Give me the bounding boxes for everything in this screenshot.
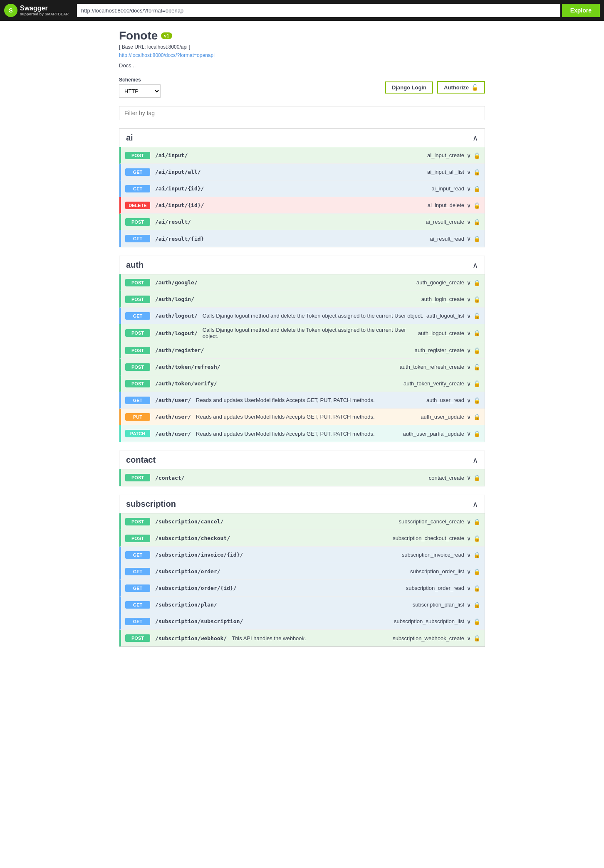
chevron-down-icon: ∨ [467, 347, 471, 354]
method-badge: POST [125, 380, 150, 387]
endpoint-row[interactable]: POST/auth/logout/Calls Django logout met… [119, 324, 485, 342]
endpoint-row[interactable]: GET/subscription/plan/ subscription_plan… [119, 597, 485, 613]
filter-input[interactable] [119, 106, 485, 120]
method-badge: PATCH [125, 430, 150, 437]
chevron-down-icon: ∨ [467, 430, 471, 437]
method-badge: GET [125, 312, 150, 320]
endpoint-right: auth_logout_list ∨ 🔓 [426, 313, 480, 319]
endpoint-right: subscription_order_read ∨ 🔒 [406, 585, 480, 592]
chevron-down-icon: ∨ [467, 185, 471, 192]
method-badge: GET [125, 397, 150, 404]
endpoint-row[interactable]: POST/subscription/checkout/ subscription… [119, 530, 485, 547]
section-header-ai[interactable]: ai ∧ [119, 129, 485, 147]
api-url-input[interactable] [77, 4, 560, 17]
chevron-down-icon: ∨ [467, 296, 471, 303]
endpoint-row[interactable]: GET/auth/logout/Calls Django logout meth… [119, 308, 485, 324]
schemes-section: Schemes HTTP HTTPS [119, 77, 161, 98]
endpoint-row[interactable]: GET/ai/result/{id} ai_result_read ∨ 🔒 [119, 230, 485, 247]
section-header-auth[interactable]: auth ∧ [119, 256, 485, 274]
endpoint-right: auth_user_update ∨ 🔒 [421, 414, 480, 420]
endpoint-right: subscription_checkout_create ∨ 🔒 [393, 535, 480, 542]
chevron-down-icon: ∨ [467, 414, 471, 420]
method-badge: GET [125, 601, 150, 609]
endpoint-row[interactable]: DELETE/ai/input/{id}/ ai_input_delete ∨ … [119, 197, 485, 214]
lock-icon: 🔒 [473, 518, 480, 525]
lock-icon: 🔒 [473, 296, 480, 303]
chevron-down-icon: ∨ [467, 602, 471, 608]
endpoint-path: /auth/token/refresh/ [155, 364, 220, 370]
endpoint-right: ai_input_delete ∨ 🔒 [428, 202, 480, 209]
endpoint-row[interactable]: POST/auth/token/verify/ auth_token_verif… [119, 375, 485, 392]
lock-icon: 🔒 [473, 602, 480, 608]
endpoint-name: auth_user_partial_update [403, 431, 464, 437]
endpoint-desc: Calls Django logout method and delete th… [203, 313, 426, 319]
endpoint-row[interactable]: POST/ai/input/ ai_input_create ∨ 🔒 [119, 147, 485, 164]
endpoint-row[interactable]: PUT/auth/user/Reads and updates UserMode… [119, 409, 485, 425]
method-badge: GET [125, 568, 150, 575]
endpoint-row[interactable]: GET/ai/input/{id}/ ai_input_read ∨ 🔒 [119, 180, 485, 197]
endpoint-row[interactable]: GET/subscription/order/ subscription_ord… [119, 563, 485, 580]
schemes-select[interactable]: HTTP HTTPS [119, 84, 161, 98]
endpoint-path: /subscription/cancel/ [155, 518, 223, 525]
endpoint-path: /auth/user/ [155, 414, 191, 420]
endpoint-right: subscription_subscription_list ∨ 🔒 [394, 618, 480, 625]
lock-icon: 🔒 [473, 552, 480, 558]
chevron-down-icon: ∨ [467, 618, 471, 625]
section-header-contact[interactable]: contact ∧ [119, 451, 485, 469]
method-badge: POST [125, 634, 150, 642]
endpoint-right: auth_user_read ∨ 🔒 [426, 397, 480, 404]
authorize-button[interactable]: Authorize 🔓 [437, 81, 485, 94]
endpoint-row[interactable]: GET/subscription/invoice/{id}/ subscript… [119, 547, 485, 563]
lock-icon: 🔒 [473, 430, 480, 437]
endpoint-row[interactable]: POST/ai/result/ ai_result_create ∨ 🔒 [119, 214, 485, 230]
chevron-down-icon: ∨ [467, 169, 471, 175]
lock-icon: 🔒 [473, 585, 480, 592]
chevron-down-icon: ∨ [467, 397, 471, 404]
endpoint-name: auth_register_create [415, 347, 464, 353]
endpoint-row[interactable]: POST/auth/login/ auth_login_create ∨ 🔒 [119, 291, 485, 308]
endpoint-right: ai_result_read ∨ 🔒 [430, 235, 480, 242]
endpoint-path: /auth/token/verify/ [155, 380, 217, 387]
endpoint-row[interactable]: POST/contact/ contact_create ∨ 🔒 [119, 469, 485, 486]
endpoint-row[interactable]: POST/subscription/cancel/ subscription_c… [119, 513, 485, 530]
lock-icon: 🔒 [473, 397, 480, 404]
endpoint-name: ai_input_read [431, 185, 464, 192]
method-badge: POST [125, 279, 150, 286]
method-badge: POST [125, 518, 150, 525]
endpoint-name: auth_token_refresh_create [400, 364, 464, 370]
chevron-down-icon: ∨ [467, 518, 471, 525]
api-link[interactable]: http://localhost:8000/docs/?format=opena… [119, 52, 215, 58]
chevron-down-icon: ∨ [467, 202, 471, 209]
swagger-logo-text: Swagger supported by SMARTBEAR [20, 5, 69, 16]
endpoint-right: ai_input_create ∨ 🔒 [427, 152, 480, 159]
base-url: [ Base URL: localhost:8000/api ] [119, 44, 485, 50]
django-login-button[interactable]: Django Login [385, 81, 433, 94]
section-chevron-contact: ∧ [473, 456, 478, 465]
endpoint-path: /auth/logout/ [155, 330, 198, 336]
lock-icon: 🔒 [473, 474, 480, 481]
endpoint-row[interactable]: PATCH/auth/user/Reads and updates UserMo… [119, 425, 485, 442]
endpoint-row[interactable]: POST/auth/token/refresh/ auth_token_refr… [119, 359, 485, 375]
endpoint-row[interactable]: GET/ai/input/all/ ai_input_all_list ∨ 🔒 [119, 164, 485, 180]
endpoint-name: ai_input_delete [428, 202, 464, 208]
endpoint-row[interactable]: POST/auth/google/ auth_google_create ∨ 🔒 [119, 274, 485, 291]
endpoint-row[interactable]: POST/subscription/webhook/This API handl… [119, 630, 485, 646]
endpoint-right: contact_create ∨ 🔒 [429, 474, 480, 481]
section-auth: auth ∧ POST/auth/google/ auth_google_cre… [119, 256, 485, 442]
section-title-auth: auth [126, 260, 144, 270]
docs-text: Docs... [119, 62, 485, 69]
endpoint-name: auth_login_create [421, 296, 464, 302]
chevron-down-icon: ∨ [467, 313, 471, 319]
lock-icon: 🔒 [473, 219, 480, 225]
endpoint-row[interactable]: POST/auth/register/ auth_register_create… [119, 342, 485, 359]
lock-icon: 🔒 [473, 235, 480, 242]
endpoint-row[interactable]: GET/subscription/subscription/ subscript… [119, 613, 485, 630]
endpoint-name: subscription_plan_list [413, 602, 464, 608]
endpoint-name: ai_input_create [427, 152, 464, 158]
section-header-subscription[interactable]: subscription ∧ [119, 495, 485, 513]
schemes-row: Schemes HTTP HTTPS Django Login Authoriz… [119, 77, 485, 98]
endpoint-name: auth_logout_list [426, 313, 464, 319]
explore-button[interactable]: Explore [562, 4, 600, 17]
endpoint-row[interactable]: GET/subscription/order/{id}/ subscriptio… [119, 580, 485, 597]
endpoint-row[interactable]: GET/auth/user/Reads and updates UserMode… [119, 392, 485, 409]
